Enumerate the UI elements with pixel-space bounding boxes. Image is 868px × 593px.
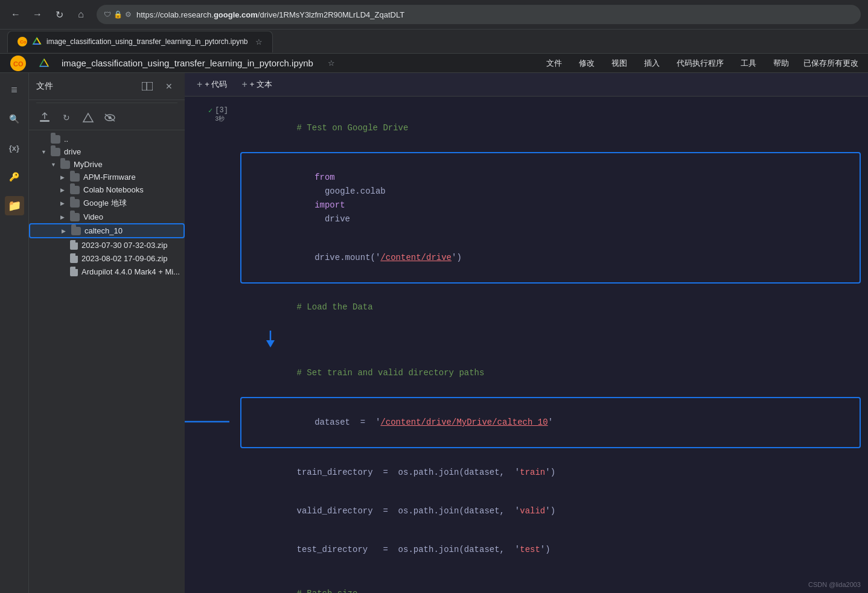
menu-insert[interactable]: 插入: [642, 57, 662, 70]
upload-icon: [39, 112, 51, 124]
tree-item-drive[interactable]: ▼ drive: [29, 145, 185, 158]
tree-item-dotdot[interactable]: ..: [29, 133, 185, 145]
svg-rect-10: [142, 82, 153, 90]
star-icon[interactable]: ☆: [255, 37, 263, 46]
add-text-button[interactable]: + + 文本: [237, 77, 278, 92]
url-text: https://colab.research.google.com/drive/…: [136, 10, 854, 19]
file-header-actions: ✕: [139, 78, 177, 95]
code-comment-1: # Test on Google Drive: [297, 123, 409, 133]
tree-arrow-drive: ▼: [41, 149, 48, 155]
url-domain: google.com: [214, 10, 258, 19]
tree-label-apm: APM-Firmware: [83, 173, 136, 182]
secrets-button[interactable]: 🔑: [5, 167, 24, 186]
tree-item-mydrive[interactable]: ▼ MyDrive: [29, 158, 185, 171]
watermark: CSDN @lida2003: [808, 581, 861, 588]
folder-icon-video: [70, 213, 80, 221]
drive-tab-icon: [32, 37, 42, 46]
code-line-comment2: # Load the Data: [240, 288, 861, 327]
file-icon-3: [70, 267, 78, 276]
svg-marker-13: [83, 113, 93, 122]
code-comment-4: # Batch size: [297, 589, 358, 593]
drive-button[interactable]: [80, 109, 97, 126]
cell-time: 3秒: [215, 115, 228, 123]
star-menu-icon[interactable]: ☆: [328, 59, 335, 68]
tree-item-file2[interactable]: 2023-08-02 17-09-06.zip: [29, 252, 185, 265]
menu-runtime[interactable]: 代码执行程序: [674, 57, 726, 70]
tree-arrow-video: ▶: [60, 214, 68, 220]
tree-item-file1[interactable]: 2023-07-30 07-32-03.zip: [29, 238, 185, 252]
menu-view[interactable]: 视图: [609, 57, 630, 70]
address-bar[interactable]: 🛡 🔒 ⚙ https://colab.research.google.com/…: [97, 5, 861, 24]
forward-button[interactable]: →: [29, 6, 46, 23]
menu-file[interactable]: 文件: [544, 57, 564, 70]
tree-item-video[interactable]: ▶ Video: [29, 211, 185, 223]
menu-tools[interactable]: 工具: [738, 57, 759, 70]
file-panel: 文件 ✕: [29, 73, 185, 593]
add-code-button[interactable]: + + 代码: [192, 77, 232, 92]
folder-icon: [51, 135, 60, 144]
folder-icon-gearth: [70, 199, 80, 208]
plus-icon-code: +: [197, 79, 202, 90]
code-content: ✓ [3] 3秒 # Test on Google Drive from: [185, 97, 868, 593]
folder-icon-mydrive: [60, 160, 70, 169]
hide-button[interactable]: [101, 109, 118, 126]
arrow-left-indicator: [185, 416, 229, 430]
tree-item-file3[interactable]: Ardupilot 4.4.0 Mark4 + Mi...: [29, 265, 185, 278]
home-button[interactable]: ⌂: [72, 6, 89, 23]
code-box-dataset: dataset = '/content/drive/MyDrive/caltec…: [240, 397, 861, 448]
file-panel-title: 文件: [36, 81, 53, 92]
tree-item-apm[interactable]: ▶ APM-Firmware: [29, 171, 185, 183]
browser-chrome: ← → ↻ ⌂ 🛡 🔒 ⚙ https://colab.research.goo…: [0, 0, 868, 30]
notebook-filename: image_classification_using_transfer_lear…: [62, 58, 313, 68]
tree-label-caltech10: caltech_10: [85, 226, 123, 235]
code-line-mount: drive.mount('/content/drive'): [249, 238, 852, 277]
svg-text:CO: CO: [13, 60, 24, 68]
variables-button[interactable]: {x}: [5, 138, 24, 157]
menu-edit[interactable]: 修改: [576, 57, 597, 70]
svg-text:Co: Co: [20, 39, 27, 45]
lock-icon: 🔒: [113, 10, 123, 19]
tree-label-drive: drive: [64, 147, 81, 156]
menu-bar: CO image_classification_using_transfer_l…: [0, 54, 868, 73]
folder-icon-apm: [70, 173, 80, 182]
refresh-button[interactable]: ↻: [58, 109, 75, 126]
tree-item-label: ..: [64, 135, 68, 144]
folder-icon-caltech10: [71, 227, 81, 235]
close-panel-button[interactable]: ✕: [161, 78, 177, 95]
tree-arrow-apm: ▶: [60, 174, 68, 180]
tree-label-file1: 2023-07-30 07-32-03.zip: [81, 241, 167, 250]
cell-check: ✓: [208, 106, 212, 115]
shield-icon: 🛡: [104, 10, 111, 19]
tab-item[interactable]: Co image_classification_using_transfer_l…: [7, 31, 273, 52]
svg-line-4: [37, 38, 40, 44]
menu-help[interactable]: 帮助: [771, 57, 791, 70]
tree-item-google-earth[interactable]: ▶ Google 地球: [29, 196, 185, 211]
tree-label-video: Video: [83, 212, 103, 221]
hamburger-button[interactable]: ≡: [5, 80, 24, 100]
tree-arrow-colab-nb: ▶: [60, 187, 68, 193]
tree-label-file3: Ardupilot 4.4.0 Mark4 + Mi...: [81, 267, 180, 276]
tree-arrow-gearth: ▶: [60, 200, 68, 206]
code-line-import: from google.colab import drive: [249, 158, 852, 238]
reload-button[interactable]: ↻: [51, 6, 68, 23]
upload-button[interactable]: [36, 109, 53, 126]
tree-arrow-caltech10: ▶: [62, 228, 69, 234]
tree-item-colab-notebooks[interactable]: ▶ Colab Notebooks: [29, 183, 185, 196]
code-comment-3: # Set train and valid directory paths: [297, 368, 485, 378]
add-code-label: + 代码: [205, 79, 227, 90]
svg-marker-7: [40, 59, 48, 66]
panel-view-button[interactable]: [139, 78, 156, 95]
code-line-comment3: # Set train and valid directory paths: [240, 354, 861, 392]
divider: [36, 103, 177, 103]
colab-tab-icon: Co: [18, 37, 27, 46]
svg-marker-18: [266, 340, 275, 347]
tree-item-caltech10[interactable]: ▶ caltech_10: [29, 223, 185, 238]
code-comment-2: # Load the Data: [297, 302, 373, 312]
file-tree: .. ▼ drive ▼ MyDrive ▶: [29, 130, 185, 593]
cell-number: [3]: [215, 106, 228, 115]
cell-body: # Test on Google Drive from google.colab…: [233, 104, 868, 593]
back-button[interactable]: ←: [7, 6, 24, 23]
files-button[interactable]: 📁: [5, 196, 24, 215]
code-toolbar: + + 代码 + + 文本: [185, 73, 868, 97]
search-button[interactable]: 🔍: [5, 109, 24, 128]
